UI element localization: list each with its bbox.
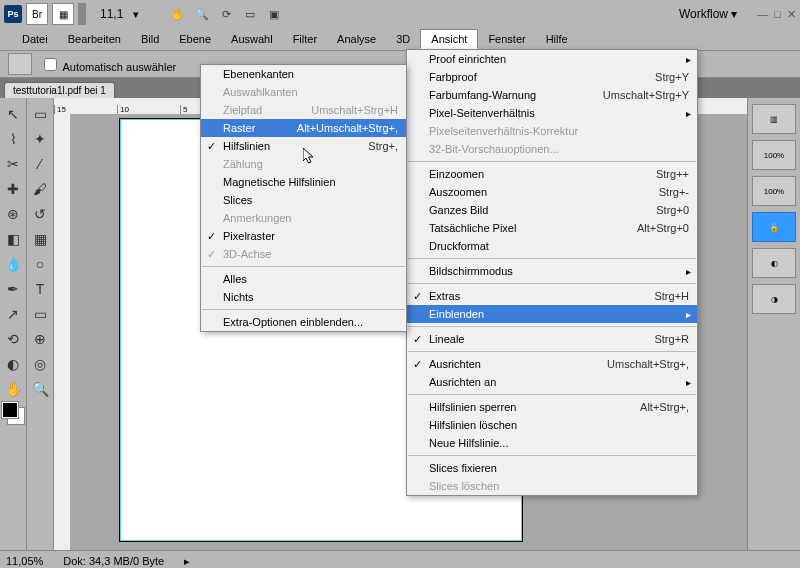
einblenden-item-4[interactable]: HilfslinienStrg+, [201,137,406,155]
einblenden-item-0[interactable]: Ebenenkanten [201,65,406,83]
ansicht-item-7[interactable]: EinzoomenStrg++ [407,165,697,183]
menu-bearbeiten[interactable]: Bearbeiten [58,30,131,48]
menu-filter[interactable]: Filter [283,30,327,48]
shape-tool[interactable]: ▭ [28,302,52,326]
menu-hilfe[interactable]: Hilfe [536,30,578,48]
ansicht-item-0[interactable]: Proof einrichten [407,50,697,68]
styles-panel-icon[interactable]: ◐ [752,248,796,278]
ansicht-item-27[interactable]: Slices fixieren [407,459,697,477]
bridge-button[interactable]: Br [26,3,48,25]
rotate-icon[interactable]: ⟳ [217,5,235,23]
3d-pan-tool[interactable]: ⊕ [28,327,52,351]
zoom-level[interactable]: 11,1 [100,7,123,21]
ruler-vertical[interactable] [54,114,71,550]
menu-auswahl[interactable]: Auswahl [221,30,283,48]
ansicht-item-23[interactable]: Hilfslinien sperrenAlt+Strg+, [407,398,697,416]
close-button[interactable]: ✕ [787,8,796,21]
menu-ebene[interactable]: Ebene [169,30,221,48]
eyedropper-tool[interactable]: ⁄ [28,152,52,176]
ansicht-item-15[interactable]: ExtrasStrg+H [407,287,697,305]
hand-tool[interactable]: ✋ [1,377,25,401]
ansicht-item-13[interactable]: Bildschirmmodus [407,262,697,280]
document-tab[interactable]: testtutoria1l.pdf bei 1 [4,82,115,98]
einblenden-submenu: EbenenkantenAuswahlkantenZielpfadUmschal… [200,64,407,332]
ansicht-item-3[interactable]: Pixel-Seitenverhältnis [407,104,697,122]
ansicht-item-9[interactable]: Ganzes BildStrg+0 [407,201,697,219]
adjustments-panel-icon[interactable]: ◑ [752,284,796,314]
marquee-tool[interactable]: ▭ [28,102,52,126]
menu-bild[interactable]: Bild [131,30,169,48]
color-swatches[interactable] [2,402,24,424]
layer-thumb[interactable]: 🔒 [752,212,796,242]
hand-icon[interactable]: ✋ [169,5,187,23]
3d-rotate-tool[interactable]: ⟲ [1,327,25,351]
einblenden-sep [202,266,405,267]
app-icon: Ps [4,5,22,23]
3d-orbit-tool[interactable]: ◐ [1,352,25,376]
zoom-icon[interactable]: 🔍 [193,5,211,23]
ansicht-item-24[interactable]: Hilfslinien löschen [407,416,697,434]
move-tool[interactable]: ↖ [1,102,25,126]
ansicht-item-21[interactable]: Ausrichten an [407,373,697,391]
blur-tool[interactable]: 💧 [1,252,25,276]
ansicht-sep [408,161,696,162]
pen-tool[interactable]: ✒ [1,277,25,301]
ansicht-item-18[interactable]: LinealeStrg+R [407,330,697,348]
maximize-button[interactable]: □ [774,8,781,21]
healing-tool[interactable]: ✚ [1,177,25,201]
ansicht-item-2[interactable]: Farbumfang-WarnungUmschalt+Strg+Y [407,86,697,104]
ansicht-item-5: 32-Bit-Vorschauoptionen... [407,140,697,158]
einblenden-item-12[interactable]: Alles [201,270,406,288]
history-brush-tool[interactable]: ↺ [28,202,52,226]
ansicht-item-11[interactable]: Druckformat [407,237,697,255]
fill-indicator[interactable]: 100% [752,176,796,206]
menu-3d[interactable]: 3D [386,30,420,48]
einblenden-item-13[interactable]: Nichts [201,288,406,306]
menu-analyse[interactable]: Analyse [327,30,386,48]
ansicht-sep [408,283,696,284]
workspace-selector[interactable]: Workflow ▾ [679,7,737,21]
ansicht-menu: Proof einrichtenFarbproofStrg+YFarbumfan… [406,49,698,496]
lasso-tool[interactable]: ⌇ [1,127,25,151]
ansicht-item-10[interactable]: Tatsächliche PixelAlt+Strg+0 [407,219,697,237]
tool-preset-button[interactable] [8,53,32,75]
zoom-tool[interactable]: 🔍 [28,377,52,401]
screen-mode-icon[interactable]: ▣ [265,5,283,23]
auto-select-checkbox[interactable]: Automatisch auswähler [40,55,176,74]
clone-tool[interactable]: ⊛ [1,202,25,226]
3d-walk-tool[interactable]: ◎ [28,352,52,376]
brush-tool[interactable]: 🖌 [28,177,52,201]
ansicht-item-20[interactable]: AusrichtenUmschalt+Strg+, [407,355,697,373]
crop-tool[interactable]: ✂ [1,152,25,176]
minimize-button[interactable]: — [757,8,768,21]
path-tool[interactable]: ↗ [1,302,25,326]
einblenden-item-1: Auswahlkanten [201,83,406,101]
einblenden-item-3[interactable]: RasterAlt+Umschalt+Strg+, [201,119,406,137]
eraser-tool[interactable]: ◧ [1,227,25,251]
separator [78,3,86,25]
menu-datei[interactable]: Datei [12,30,58,48]
einblenden-item-6[interactable]: Magnetische Hilfslinien [201,173,406,191]
gradient-tool[interactable]: ▦ [28,227,52,251]
title-bar: Ps Br ▦ 11,1▾ ✋ 🔍 ⟳ ▭ ▣ Workflow ▾ — □ ✕ [0,0,800,28]
einblenden-item-7[interactable]: Slices [201,191,406,209]
type-tool[interactable]: T [28,277,52,301]
navigator-panel-icon[interactable]: ▥ [752,104,796,134]
dodge-tool[interactable]: ○ [28,252,52,276]
menu-ansicht[interactable]: Ansicht [420,29,478,49]
opacity-indicator[interactable]: 100% [752,140,796,170]
ansicht-item-25[interactable]: Neue Hilfslinie... [407,434,697,452]
status-doc-info[interactable]: Dok: 34,3 MB/0 Byte [63,555,164,567]
menu-fenster[interactable]: Fenster [478,30,535,48]
status-bar: 11,05% Dok: 34,3 MB/0 Byte ▸ [0,550,800,568]
ansicht-item-1[interactable]: FarbproofStrg+Y [407,68,697,86]
view-modes-button[interactable]: ▦ [52,3,74,25]
ansicht-item-16[interactable]: Einblenden [407,305,697,323]
einblenden-item-15[interactable]: Extra-Optionen einblenden... [201,313,406,331]
status-zoom[interactable]: 11,05% [6,555,43,567]
einblenden-item-9[interactable]: Pixelraster [201,227,406,245]
toolbox-col-2: ▭ ✦ ⁄ 🖌 ↺ ▦ ○ T ▭ ⊕ ◎ 🔍 [27,98,54,550]
ansicht-item-8[interactable]: AuszoomenStrg+- [407,183,697,201]
arrange-icon[interactable]: ▭ [241,5,259,23]
wand-tool[interactable]: ✦ [28,127,52,151]
